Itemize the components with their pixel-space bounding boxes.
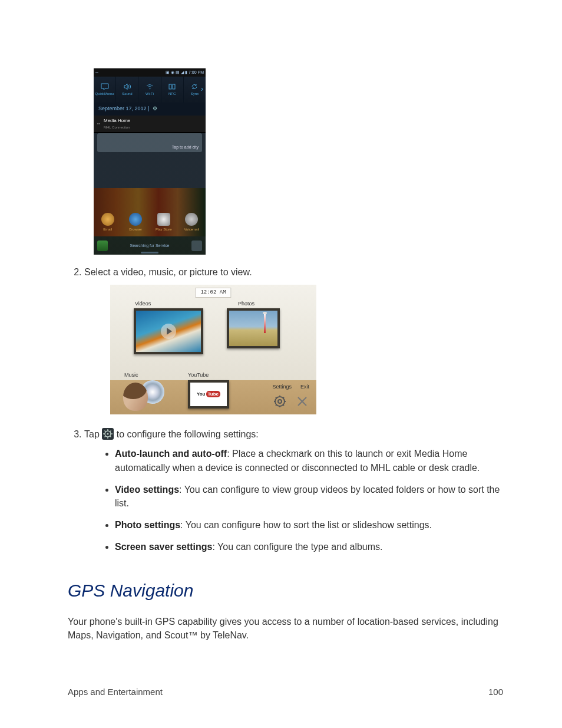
mh-music-tile[interactable]	[123, 380, 164, 411]
app-drawer-icon[interactable]	[191, 241, 202, 251]
svg-point-15	[107, 433, 109, 435]
phone-bottom-bar: Searching for Service	[94, 237, 206, 255]
notification-title: Media Home	[104, 118, 130, 123]
page-footer: Apps and Entertainment 100	[68, 686, 503, 699]
notification-media-home[interactable]: ▫▫ Media Home MHL Connection	[94, 116, 206, 132]
lighthouse-icon	[264, 313, 266, 333]
toggle-sound[interactable]: Sound	[116, 77, 138, 103]
weather-add-city: Tap to add city	[172, 144, 199, 150]
step-3-prefix: Tap	[84, 429, 102, 439]
mh-photos-label: Photos	[238, 300, 254, 308]
home-indicator	[141, 252, 158, 253]
svg-line-10	[276, 404, 277, 406]
step-2: Select a video, music, or picture to vie…	[84, 265, 503, 414]
bullet-video-bold: Video settings	[115, 485, 179, 495]
bullet-auto-launch: Auto-launch and auto-off: Place a checkm…	[115, 447, 503, 474]
bullet-auto-launch-bold: Auto-launch and auto-off	[115, 449, 227, 459]
phone-dialer-icon[interactable]	[97, 241, 108, 251]
status-right: ▣ ◉ ▤ ◢ ▮ 7:00 PM	[166, 70, 204, 75]
footer-page-number: 100	[488, 686, 503, 699]
mh-youtube-tile[interactable]: YouTube	[188, 380, 229, 409]
gps-intro-paragraph: Your phone's built-in GPS capability giv…	[68, 615, 503, 642]
footer-section-name: Apps and Entertainment	[68, 686, 163, 699]
app-browser[interactable]: Browser	[122, 209, 150, 236]
svg-rect-0	[169, 84, 171, 89]
app-email[interactable]: Email	[94, 209, 122, 236]
step-3: Tap to configure the following settings:…	[84, 427, 503, 554]
screenshot-phone-notification-panel: ▫▫ ▣ ◉ ▤ ◢ ▮ 7:00 PM QuickMemo Sound Wi-…	[94, 68, 206, 255]
notification-settings-gear-icon[interactable]: ⚙	[153, 105, 157, 113]
svg-line-20	[105, 431, 106, 432]
notification-app-icon: ▫▫	[97, 121, 100, 127]
quick-toggles-row: QuickMemo Sound Wi-Fi NFC Sync	[94, 77, 206, 103]
mh-youtube-label: YouTube	[188, 371, 209, 379]
svg-line-8	[276, 397, 277, 398]
mh-exit-button[interactable]	[295, 394, 309, 409]
step-2-text: Select a video, music, or picture to vie…	[84, 267, 252, 277]
bullet-photo-bold: Photo settings	[115, 520, 180, 530]
mh-exit-label: Exit	[300, 383, 309, 391]
weather-widget[interactable]: Tap to add city	[97, 133, 202, 152]
mh-music-label: Music	[124, 371, 138, 379]
mh-settings-label: Settings	[272, 383, 292, 391]
phone-status-bar: ▫▫ ▣ ◉ ▤ ◢ ▮ 7:00 PM	[94, 68, 206, 77]
notification-date-row: September 17, 2012 | ⚙	[94, 103, 206, 116]
phone-wallpaper-area: Tap to add city Email Browser Play Store…	[94, 133, 206, 255]
app-dock-row: Email Browser Play Store Voicemail	[94, 209, 206, 236]
svg-line-23	[110, 431, 111, 432]
svg-line-11	[283, 397, 284, 398]
settings-gear-inline-icon	[102, 428, 114, 440]
gear-icon	[273, 395, 286, 408]
mh-photos-tile[interactable]	[227, 308, 280, 348]
step-3-suffix: to configure the following settings:	[114, 429, 258, 439]
mh-clock: 12:02 AM	[195, 288, 231, 298]
bullet-video-settings: Video settings: You can configure to vie…	[115, 483, 503, 510]
svg-point-3	[278, 400, 282, 403]
svg-rect-1	[173, 84, 175, 89]
toggle-quickmemo[interactable]: QuickMemo	[94, 77, 116, 103]
numbered-steps-list: Select a video, music, or picture to vie…	[68, 265, 503, 554]
mh-settings-button[interactable]	[273, 394, 287, 409]
app-play-store[interactable]: Play Store	[150, 209, 178, 236]
album-art-face	[123, 383, 148, 411]
bullet-photo-settings: Photo settings: You can configure how to…	[115, 518, 503, 532]
toggles-scroll-chevron-icon[interactable]: ›	[201, 77, 206, 103]
document-page: ▫▫ ▣ ◉ ▤ ◢ ▮ 7:00 PM QuickMemo Sound Wi-…	[0, 0, 562, 728]
notification-subtitle: MHL Connection	[104, 126, 130, 129]
bullet-screen-saver: Screen saver settings: You can configure…	[115, 540, 503, 554]
settings-bullet-list: Auto-launch and auto-off: Place a checkm…	[102, 447, 503, 554]
screenshot-media-home: 12:02 AM Videos Photos Music YouTube You…	[110, 285, 316, 414]
notification-date-text: September 17, 2012 |	[98, 105, 149, 113]
bullet-ss-bold: Screen saver settings	[115, 542, 212, 552]
svg-line-22	[105, 436, 106, 437]
mh-videos-label: Videos	[135, 300, 151, 308]
svg-line-21	[110, 436, 111, 437]
status-time: 7:00 PM	[189, 70, 204, 75]
play-overlay-icon	[161, 324, 176, 339]
youtube-logo: YouTube	[197, 391, 220, 398]
status-left-icons: ▫▫	[95, 70, 98, 75]
status-icons: ▣ ◉ ▤ ◢ ▮	[166, 70, 187, 75]
bullet-photo-text: : You can configure how to sort the list…	[180, 520, 432, 530]
app-voicemail[interactable]: Voicemail	[178, 209, 206, 236]
mh-videos-tile[interactable]	[134, 308, 203, 354]
svg-line-9	[283, 404, 284, 406]
close-icon	[296, 396, 308, 407]
toggle-nfc[interactable]: NFC	[161, 77, 184, 103]
bullet-ss-text: : You can configure the type and albums.	[212, 542, 382, 552]
section-heading-gps-navigation: GPS Navigation	[68, 578, 503, 604]
searching-text: Searching for Service	[130, 243, 170, 249]
toggle-wifi[interactable]: Wi-Fi	[138, 77, 161, 103]
